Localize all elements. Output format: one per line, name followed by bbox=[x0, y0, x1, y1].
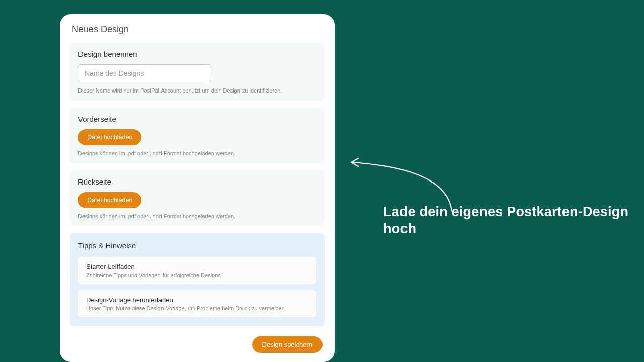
front-section: Vorderseite Datei hochladen Designs könn… bbox=[70, 108, 325, 163]
tips-section: Tipps & Hinweise Starter-Leitfaden Zahlr… bbox=[70, 233, 325, 326]
name-section: Design benennen Dieser Name wird nur im … bbox=[70, 43, 325, 101]
annotation-text: Lade dein eigenes Postkarten-Design hoch bbox=[383, 204, 644, 238]
name-hint: Dieser Name wird nur im PostPal Account … bbox=[78, 87, 316, 94]
tip-desc: Zahlreiche Tipps und Vorlagen für erfolg… bbox=[86, 272, 308, 278]
name-section-title: Design benennen bbox=[78, 50, 316, 58]
back-upload-button[interactable]: Datei hochladen bbox=[78, 192, 141, 208]
page-title: Neues Design bbox=[70, 24, 325, 35]
design-name-input[interactable] bbox=[78, 64, 211, 82]
design-upload-card: Neues Design Design benennen Dieser Name… bbox=[60, 14, 335, 362]
front-upload-button[interactable]: Datei hochladen bbox=[78, 129, 141, 145]
save-design-button[interactable]: Design speichern bbox=[252, 336, 323, 353]
tip-download-template[interactable]: Design-Vorlage herunterladen Unser Tipp:… bbox=[78, 290, 316, 317]
back-hint: Designs können im .pdf oder .indd Format… bbox=[78, 213, 316, 219]
tip-starter-guide[interactable]: Starter-Leitfaden Zahlreiche Tipps und V… bbox=[78, 257, 316, 284]
back-section: Rückseite Datei hochladen Designs können… bbox=[70, 170, 325, 226]
back-section-title: Rückseite bbox=[78, 177, 316, 186]
tip-title: Design-Vorlage herunterladen bbox=[86, 296, 308, 304]
front-section-title: Vorderseite bbox=[78, 115, 316, 123]
tip-desc: Unser Tipp: Nutze diese Design-Vorlage, … bbox=[86, 305, 308, 311]
tips-title: Tipps & Hinweise bbox=[78, 241, 316, 250]
footer-row: Design speichern bbox=[70, 336, 325, 353]
front-hint: Designs können im .pdf oder .indd Format… bbox=[78, 150, 316, 156]
tip-title: Starter-Leitfaden bbox=[86, 263, 308, 270]
